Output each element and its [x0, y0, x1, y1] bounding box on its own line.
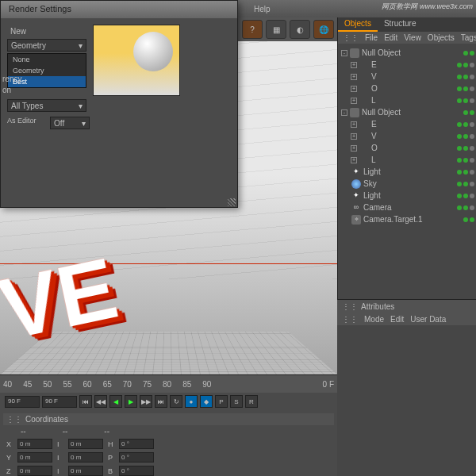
- tree-row[interactable]: +E: [340, 59, 474, 71]
- tree-row[interactable]: ✦Light: [340, 166, 474, 178]
- coords-title: Coordinates: [25, 415, 68, 424]
- tree-label: V: [371, 72, 377, 81]
- rot-H-input[interactable]: [119, 439, 154, 449]
- coord-row: YIP: [3, 451, 334, 464]
- end-frame: 0 F: [323, 380, 334, 389]
- expand-icon[interactable]: +: [351, 121, 357, 128]
- expand-icon[interactable]: +: [351, 145, 357, 152]
- attributes-title: Attributes: [361, 302, 394, 311]
- tick: 75: [143, 380, 152, 389]
- key-r-button[interactable]: R: [245, 395, 258, 408]
- tab-structure[interactable]: Structure: [378, 17, 423, 32]
- autokey-button[interactable]: ◆: [200, 395, 213, 408]
- grip-icon[interactable]: ⋮⋮: [6, 415, 22, 424]
- option-none[interactable]: None: [8, 54, 86, 65]
- l-icon: [359, 155, 369, 165]
- rot-B-input[interactable]: [119, 466, 154, 476]
- tree-label: O: [371, 144, 378, 152]
- size-input[interactable]: [68, 452, 103, 463]
- tree-row[interactable]: ✦Light: [340, 190, 474, 202]
- grip-icon[interactable]: ⋮⋮: [342, 302, 358, 311]
- transport-bar: 90 F 90 F ⏮ ◀◀ ◀ ▶ ▶▶ ⏭ ↻ ● ◆ P S R: [0, 393, 337, 410]
- loop-button[interactable]: ↻: [170, 395, 182, 408]
- tick: 90: [202, 380, 211, 389]
- panel-title: Render Settings: [1, 1, 237, 18]
- prev-key-button[interactable]: ◀◀: [94, 395, 107, 408]
- menu-mode[interactable]: Mode: [364, 315, 384, 324]
- tree-row[interactable]: ∞Camera: [340, 202, 474, 213]
- tree-label: Light: [363, 167, 381, 176]
- expand-icon[interactable]: -: [341, 109, 347, 116]
- null-icon: [350, 48, 359, 58]
- globe-icon[interactable]: 🌐: [313, 20, 334, 39]
- menu-item[interactable]: Help: [254, 5, 271, 13]
- menu-view[interactable]: View: [404, 33, 421, 42]
- tick: 40: [3, 380, 12, 389]
- v-icon: [359, 132, 369, 141]
- expand-icon[interactable]: +: [351, 157, 357, 163]
- geometry-dropdown[interactable]: Geometry▾: [7, 39, 86, 52]
- rot-P-input[interactable]: [119, 452, 154, 463]
- record-button[interactable]: ●: [185, 395, 198, 408]
- tree-label: E: [371, 60, 377, 69]
- key-p-button[interactable]: P: [215, 395, 228, 408]
- cam-icon: ∞: [351, 203, 361, 213]
- help-icon[interactable]: ?: [242, 20, 263, 39]
- play-button[interactable]: ▶: [125, 395, 137, 408]
- tree-row[interactable]: +L: [340, 94, 474, 106]
- tick: 45: [23, 380, 32, 389]
- tree-row[interactable]: -Null Object: [340, 106, 474, 118]
- sphere-icon[interactable]: ◐: [290, 20, 310, 39]
- expand-icon[interactable]: +: [351, 98, 357, 104]
- tree-row[interactable]: +E: [340, 118, 474, 130]
- expand-icon[interactable]: -: [341, 50, 347, 56]
- key-s-button[interactable]: S: [230, 395, 243, 408]
- play-back-button[interactable]: ◀: [109, 395, 122, 408]
- tree-row[interactable]: ⌖Camera.Target.1: [340, 213, 474, 225]
- tree-row[interactable]: -Null Object: [340, 47, 474, 59]
- e-icon: [359, 60, 369, 70]
- tree-row[interactable]: Sky: [340, 178, 474, 190]
- menu-edit[interactable]: Edit: [384, 33, 397, 42]
- light-icon: ✦: [351, 167, 361, 177]
- menu-edit[interactable]: Edit: [390, 315, 404, 324]
- tick: 50: [43, 380, 52, 389]
- alltypes-dropdown[interactable]: All Types▾: [7, 99, 86, 112]
- size-input[interactable]: [68, 466, 103, 476]
- coord-Z-input[interactable]: [17, 466, 52, 476]
- grid-icon[interactable]: ▦: [266, 20, 286, 39]
- off-dropdown[interactable]: Off▾: [50, 117, 90, 129]
- tree-row[interactable]: +V: [340, 130, 474, 142]
- next-key-button[interactable]: ▶▶: [140, 395, 152, 408]
- expand-icon[interactable]: +: [351, 74, 357, 80]
- coord-Y-input[interactable]: [17, 452, 52, 463]
- frame-start-input[interactable]: 90 F: [5, 396, 40, 408]
- expand-icon[interactable]: +: [351, 133, 357, 140]
- expand-icon[interactable]: +: [351, 62, 357, 68]
- timeline-ruler[interactable]: 40455055606570758085900 F: [0, 375, 337, 393]
- coord-X-input[interactable]: [17, 439, 52, 449]
- goto-start-button[interactable]: ⏮: [79, 395, 92, 408]
- menu-file[interactable]: File: [365, 33, 378, 42]
- menu-objects[interactable]: Objects: [428, 33, 455, 42]
- sky-icon: [351, 179, 361, 189]
- tree-row[interactable]: +L: [340, 154, 474, 166]
- goto-end-button[interactable]: ⏭: [155, 395, 167, 408]
- tree-label: Camera.Target.1: [363, 215, 422, 224]
- expand-icon[interactable]: +: [351, 86, 357, 92]
- frame-current-input[interactable]: 90 F: [42, 396, 77, 408]
- grip-icon[interactable]: ⋮⋮: [343, 33, 359, 42]
- tree-label: O: [371, 84, 378, 93]
- tree-label: E: [371, 120, 377, 129]
- size-input[interactable]: [68, 439, 103, 449]
- tree-label: Camera: [363, 203, 392, 212]
- resize-handle[interactable]: [228, 198, 236, 206]
- tree-row[interactable]: +O: [340, 83, 474, 94]
- menu-tags[interactable]: Tags: [461, 33, 476, 42]
- tree-row[interactable]: +O: [340, 142, 474, 154]
- tree-row[interactable]: +V: [340, 71, 474, 83]
- menu-userdata[interactable]: User Data: [410, 315, 446, 324]
- tab-objects[interactable]: Objects: [338, 17, 378, 32]
- grip-icon[interactable]: ⋮⋮: [342, 315, 358, 324]
- e-icon: [359, 120, 369, 129]
